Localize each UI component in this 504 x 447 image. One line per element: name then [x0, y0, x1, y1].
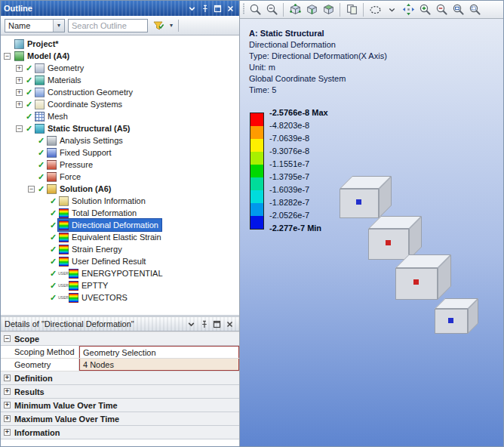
expand-expander-icon[interactable]: + — [16, 89, 23, 96]
details-section-scope[interactable]: −Scope — [1, 332, 239, 346]
section-expander-icon[interactable]: + — [4, 415, 11, 422]
tree-item-fixed-support[interactable]: ✓Fixed Support — [1, 146, 239, 159]
details-property-value[interactable]: Geometry Selection — [79, 346, 239, 358]
collapse-expander-icon[interactable]: − — [4, 53, 11, 60]
tree-item-coordinate-systems[interactable]: +✓Coordinate Systems — [1, 98, 239, 110]
panel-menu-chevron-icon[interactable] — [186, 3, 198, 14]
zoom-fit-icon[interactable] — [467, 2, 482, 17]
tree-item-label: Geometry — [47, 63, 86, 73]
expand-expander-icon[interactable]: + — [16, 77, 23, 84]
section-expander-icon[interactable]: − — [4, 335, 11, 342]
tree-item-content[interactable]: Model (A4) — [14, 50, 72, 62]
name-filter-combo[interactable]: Name ▾ — [5, 19, 65, 32]
zoom-previous-icon[interactable] — [264, 2, 279, 17]
tree-item-content[interactable]: ENERGYPOTENTIAL — [68, 267, 166, 279]
tree-item-user-defined-result[interactable]: ✓User Defined Result — [1, 255, 239, 267]
user-tag: USER — [58, 296, 68, 300]
tree-item-content[interactable]: Equivalent Elastic Strain — [58, 231, 164, 243]
node-result-marker — [413, 279, 419, 285]
tree-item-content[interactable]: Coordinate Systems — [34, 98, 125, 110]
details-section-minimum-value-over-time[interactable]: +Minimum Value Over Time — [1, 399, 239, 412]
expand-expander-icon[interactable]: + — [16, 65, 23, 72]
details-section-information[interactable]: +Information — [1, 426, 239, 439]
collapse-expander-icon[interactable]: − — [16, 125, 23, 132]
expand-expander-icon[interactable]: + — [16, 101, 23, 108]
zoom-select-icon[interactable] — [247, 2, 263, 17]
panel-menu-chevron-icon[interactable] — [186, 319, 197, 330]
select-face-mode-icon[interactable] — [321, 2, 336, 17]
tree-item-equivalent-elastic-strain[interactable]: ✓Equivalent Elastic Strain — [1, 231, 239, 243]
tree-item-content[interactable]: EPTTY — [68, 279, 111, 291]
graphics-viewport[interactable]: A: Static StructuralDirectional Deformat… — [240, 19, 503, 446]
mesh-cube[interactable] — [395, 254, 453, 301]
tree-item-construction-geometry[interactable]: +✓Construction Geometry — [1, 86, 239, 98]
tree-item-content[interactable]: Strain Energy — [58, 243, 125, 255]
details-section-definition[interactable]: +Definition — [1, 371, 239, 385]
tree-item-content[interactable]: Analysis Settings — [46, 134, 126, 146]
tree-item-content[interactable]: Static Structural (A5) — [34, 122, 133, 134]
tree-item-content[interactable]: UVECTORS — [68, 291, 131, 304]
tree-item-analysis-settings[interactable]: ✓Analysis Settings — [1, 134, 239, 146]
filter-dropdown-icon[interactable]: ▾ — [169, 22, 174, 29]
tree-item-content[interactable]: Force — [46, 171, 84, 183]
tree-item-static-structural-a5[interactable]: −✓Static Structural (A5) — [1, 122, 239, 134]
tree-item-content[interactable]: Pressure — [46, 159, 96, 171]
zoom-in-icon[interactable] — [417, 2, 432, 17]
filter-icon[interactable] — [151, 18, 166, 33]
tree-item-materials[interactable]: +✓Materials — [1, 74, 239, 86]
tree-item-mesh[interactable]: ✓Mesh — [1, 110, 239, 122]
selection-dropdown-icon[interactable] — [384, 2, 399, 17]
details-section-results[interactable]: +Results — [1, 385, 239, 399]
tree-item-content[interactable]: Solution (A6) — [46, 183, 114, 195]
tree-item-content[interactable]: Solution Information — [58, 195, 149, 207]
search-outline-input[interactable] — [68, 19, 148, 32]
tree-item-energypotential[interactable]: ✓USERENERGYPOTENTIAL — [1, 267, 239, 279]
pin-icon[interactable] — [199, 3, 211, 14]
tree-item-content[interactable]: Materials — [34, 74, 85, 86]
tree-item-content[interactable]: User Defined Result — [58, 255, 149, 267]
close-icon[interactable] — [224, 319, 235, 330]
tree-item-geometry[interactable]: +✓Geometry — [1, 62, 239, 74]
collapse-expander-icon[interactable]: − — [28, 186, 35, 193]
tree-item-content[interactable]: Construction Geometry — [34, 86, 136, 98]
tree-item-content[interactable]: Geometry — [34, 62, 87, 74]
box-zoom-icon[interactable] — [450, 2, 466, 17]
mesh-cube[interactable] — [435, 298, 480, 335]
section-expander-icon[interactable]: + — [4, 388, 11, 395]
tree-item-force[interactable]: ✓Force — [1, 171, 239, 183]
combo-dropdown-icon[interactable]: ▾ — [53, 20, 64, 32]
details-titlebar-buttons — [186, 319, 235, 330]
select-edge-mode-icon[interactable] — [304, 2, 319, 17]
maximize-icon[interactable] — [212, 3, 223, 14]
section-expander-icon[interactable]: + — [4, 375, 11, 381]
tree-item-content[interactable]: Fixed Support — [46, 146, 114, 159]
details-section-maximum-value-over-time[interactable]: +Maximum Value Over Time — [1, 412, 239, 426]
extend-selection-icon[interactable] — [344, 2, 359, 17]
tree-item-strain-energy[interactable]: ✓Strain Energy — [1, 243, 239, 255]
details-property-value[interactable]: 4 Nodes — [79, 359, 239, 371]
select-ellipse-icon[interactable] — [367, 2, 383, 17]
tree-item-model-a4[interactable]: −Model (A4) — [1, 50, 239, 62]
tree-item-solution-a6[interactable]: −✓Solution (A6) — [1, 183, 239, 195]
maximize-icon[interactable] — [211, 319, 223, 330]
tree-item-project[interactable]: Project* — [1, 38, 239, 50]
tree-item-uvectors[interactable]: ✓USERUVECTORS — [1, 291, 239, 304]
tree-item-total-deformation[interactable]: ✓Total Deformation — [1, 207, 239, 219]
section-expander-icon[interactable]: + — [4, 429, 11, 436]
tree-item-content[interactable]: Project* — [14, 38, 62, 50]
tree-item-eptty[interactable]: ✓USEREPTTY — [1, 279, 239, 291]
tree-item-content[interactable]: Total Deformation — [58, 207, 140, 219]
pin-icon[interactable] — [198, 319, 210, 330]
mesh-cube[interactable] — [340, 176, 393, 220]
toolbar-grip-icon[interactable] — [242, 2, 246, 17]
tree-item-content[interactable]: Directional Deformation — [58, 219, 161, 231]
close-icon[interactable] — [225, 3, 236, 14]
section-expander-icon[interactable]: + — [4, 402, 11, 408]
zoom-out-icon[interactable] — [434, 2, 449, 17]
tree-item-content[interactable]: Mesh — [34, 110, 71, 122]
select-vertex-mode-icon[interactable] — [287, 2, 303, 17]
tree-item-solution-information[interactable]: ✓Solution Information — [1, 195, 239, 207]
tree-item-directional-deformation[interactable]: ✓Directional Deformation — [1, 219, 239, 231]
pan-icon[interactable] — [401, 2, 416, 17]
tree-item-pressure[interactable]: ✓Pressure — [1, 159, 239, 171]
